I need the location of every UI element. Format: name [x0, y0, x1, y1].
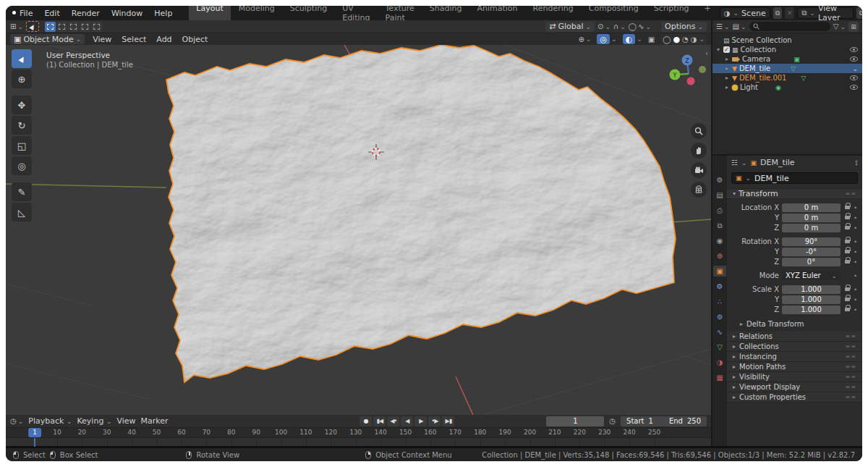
- select-mode-new[interactable]: [45, 22, 56, 32]
- lock-icon[interactable]: [845, 225, 851, 230]
- transform-panel-header[interactable]: ▾ Transform ≡≡: [727, 188, 862, 199]
- rotation-z-field[interactable]: 0°: [782, 258, 841, 266]
- play-button[interactable]: ▶: [414, 416, 427, 426]
- select-mode-invert[interactable]: [80, 22, 90, 32]
- options-dropdown[interactable]: Options ⌄: [661, 22, 707, 32]
- outliner-row-scene-collection[interactable]: ▤ Scene Collection: [712, 35, 862, 45]
- animate-dot[interactable]: •: [854, 204, 858, 211]
- transform-orientation-dropdown[interactable]: ⇄ Global ⌄: [545, 22, 595, 32]
- current-frame-field[interactable]: 1: [546, 416, 604, 426]
- ptab-constraints[interactable]: ∿: [713, 327, 726, 337]
- lock-icon[interactable]: [845, 249, 851, 254]
- animate-dot[interactable]: •: [854, 306, 858, 314]
- menu-help[interactable]: Help: [149, 7, 177, 20]
- outliner-row-dem-tile[interactable]: ▸ ▼ DEM_tile ▽ ⌄: [712, 64, 862, 73]
- menu-render[interactable]: Render: [67, 7, 105, 20]
- ptab-modifiers[interactable]: ⚙: [713, 281, 726, 292]
- auto-keyframe-clock-icon[interactable]: ◷: [609, 417, 616, 425]
- collapse-region-icon[interactable]: ‹: [705, 49, 708, 57]
- play-reverse-button[interactable]: ◀: [401, 416, 413, 426]
- ptab-physics[interactable]: ⊚: [713, 311, 726, 322]
- menu-keying[interactable]: Keying ⌄: [77, 416, 111, 426]
- lock-icon[interactable]: [845, 297, 851, 302]
- select-mode-intersect[interactable]: [91, 22, 102, 32]
- animate-dot[interactable]: •: [854, 214, 858, 222]
- mode-dropdown[interactable]: ▣ Object Mode ⌄: [10, 34, 85, 44]
- animate-dot[interactable]: •: [854, 224, 858, 232]
- expand-icon[interactable]: ▸: [724, 56, 730, 62]
- lock-icon[interactable]: [845, 205, 851, 210]
- gizmos-dropdown[interactable]: ⊕⌄: [578, 35, 591, 43]
- proportional-editing-toggle[interactable]: ◯ ∿ ⌄: [629, 22, 651, 30]
- animate-dot[interactable]: •: [854, 272, 858, 279]
- scale-y-field[interactable]: 1.000: [782, 295, 841, 304]
- record-button[interactable]: ●: [359, 416, 372, 426]
- scale-x-field[interactable]: 1.000: [782, 285, 841, 294]
- section-instancing[interactable]: ▸Instancing≡≡: [727, 352, 862, 362]
- animate-dot[interactable]: •: [854, 238, 858, 245]
- animate-dot[interactable]: •: [854, 296, 858, 303]
- menu-add[interactable]: Add: [154, 35, 174, 44]
- ptab-output[interactable]: ⎙: [713, 205, 726, 216]
- tool-scale[interactable]: ◱: [12, 136, 32, 155]
- eye-icon[interactable]: [850, 75, 858, 80]
- new-view-layer-button[interactable]: ⧉: [856, 7, 862, 19]
- lock-icon[interactable]: [845, 259, 851, 264]
- collapse-icon[interactable]: ▾: [715, 46, 721, 53]
- playhead[interactable]: [34, 438, 35, 447]
- new-scene-button[interactable]: ⧉: [773, 7, 783, 19]
- ptab-tool[interactable]: ⚙: [713, 174, 726, 185]
- viewport-3d[interactable]: Z Y User Perspective (1) Collection | DE…: [6, 45, 711, 415]
- ptab-particles[interactable]: ∴: [713, 296, 726, 307]
- shading-material-button[interactable]: ◔: [682, 35, 689, 43]
- tool-rotate[interactable]: ↻: [12, 116, 32, 135]
- outliner-row-camera[interactable]: ▸ Camera ▣: [712, 54, 862, 64]
- tool-cursor[interactable]: ⊕: [12, 70, 32, 88]
- active-tool-button[interactable]: ▶: [26, 21, 39, 32]
- shading-wireframe-button[interactable]: ◯: [663, 35, 671, 43]
- menu-view[interactable]: View: [90, 35, 114, 44]
- menu-tl-view[interactable]: View: [116, 416, 135, 426]
- camera-view-button[interactable]: [691, 162, 707, 178]
- overlays-toggle[interactable]: ◎⌄: [597, 34, 616, 44]
- frame-range-fields[interactable]: Start 1 End 250: [621, 416, 707, 426]
- prev-keyframe-button[interactable]: ◀•: [387, 416, 399, 426]
- select-mode-extend[interactable]: [56, 22, 67, 32]
- editor-type-selector[interactable]: ⊞ ⌄: [10, 22, 23, 30]
- tool-move[interactable]: ✥: [12, 96, 32, 114]
- expand-icon[interactable]: ▸: [724, 84, 730, 91]
- outliner-row-light[interactable]: ▸ Light ◉: [712, 83, 862, 92]
- editor-props-icon[interactable]: ☷: [731, 159, 738, 167]
- ptab-object[interactable]: ▣: [713, 266, 726, 277]
- outliner-filter-dropdown[interactable]: ▽⌄: [833, 22, 846, 30]
- select-mode-subtract[interactable]: [68, 22, 79, 32]
- jump-to-start-button[interactable]: ▮◀: [373, 416, 386, 426]
- pan-button[interactable]: [691, 143, 707, 159]
- lock-icon[interactable]: [845, 287, 851, 292]
- chevron-down-icon[interactable]: ⌄: [852, 65, 858, 72]
- outliner-display-mode[interactable]: ☰⌄: [716, 22, 730, 30]
- ptab-object-data[interactable]: ▽: [713, 342, 726, 353]
- jump-to-end-button[interactable]: ▶▮: [442, 416, 454, 426]
- outliner-search-input[interactable]: [749, 22, 830, 31]
- ptab-render[interactable]: ▤: [713, 190, 726, 201]
- shading-solid-button[interactable]: ●: [673, 35, 680, 44]
- ptab-texture[interactable]: ▦: [713, 372, 726, 383]
- timeline-editor-selector[interactable]: ◷⌄: [10, 417, 23, 425]
- xray-toggle[interactable]: ▣: [648, 35, 655, 43]
- next-keyframe-button[interactable]: •▶: [428, 416, 441, 426]
- orthographic-toggle-button[interactable]: [691, 182, 707, 198]
- pin-icon[interactable]: ⟟: [855, 159, 858, 167]
- rotation-y-field[interactable]: -0°: [782, 248, 841, 256]
- menu-object[interactable]: Object: [180, 35, 210, 44]
- scale-z-field[interactable]: 1.000: [782, 306, 841, 314]
- rotation-mode-dropdown[interactable]: XYZ Euler⌄: [782, 272, 841, 280]
- snap-toggle[interactable]: ∩ ⌄: [613, 22, 626, 30]
- rotation-x-field[interactable]: 90°: [782, 237, 841, 246]
- outliner-scope-dropdown[interactable]: ▤⌄: [733, 22, 746, 30]
- collection-checkbox[interactable]: ✓: [723, 46, 730, 53]
- tool-measure[interactable]: ◺: [12, 203, 32, 222]
- delete-scene-button[interactable]: ✕: [785, 7, 794, 19]
- section-visibility[interactable]: ▸Visibility≡≡: [727, 372, 862, 382]
- dem-tile-mesh[interactable]: [150, 45, 700, 407]
